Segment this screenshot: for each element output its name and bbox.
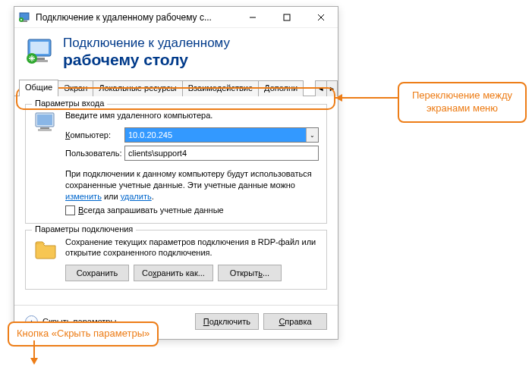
computer-icon [33,111,58,135]
window-title: Подключение к удаленному рабочему с... [36,12,235,23]
always-ask-label: Всегда запрашивать учетные данные [78,205,224,215]
rdp-dialog: Подключение к удаленному рабочему с... [14,6,338,340]
minimize-button[interactable] [235,7,269,28]
svg-rect-14 [40,127,49,129]
tab-experience[interactable]: Взаимодействие [182,80,259,96]
login-instruction: Введите имя удаленного компьютера. [65,111,319,120]
tab-body: Параметры входа Введите имя удаленного к… [14,96,338,305]
svg-rect-15 [38,129,52,131]
connection-legend: Параметры подключения [32,224,136,234]
save-as-button[interactable]: Сохранить как... [134,265,213,281]
connection-text: Сохранение текущих параметров подключени… [65,237,319,259]
tab-strip: Общие Экран Локальные ресурсы Взаимодейс… [14,80,338,96]
tab-general[interactable]: Общие [19,80,58,96]
svg-rect-4 [284,14,290,20]
tab-display[interactable]: Экран [58,80,93,96]
svg-rect-13 [37,114,52,125]
connection-fieldset: Параметры подключения Сохранение текущих… [25,230,327,290]
arrow-head-down-icon [30,358,38,365]
user-label: Пользователь: [65,149,124,158]
maximize-button[interactable] [269,7,304,28]
edit-credentials-link[interactable]: изменить [65,192,102,201]
tab-local-resources[interactable]: Локальные ресурсы [93,80,182,96]
connect-button[interactable]: Подключить [195,313,259,330]
arrow-to-tabs [335,97,398,99]
header-text: Подключение к удаленному рабочему столу [63,36,230,69]
app-icon [19,11,31,24]
callout-tabs-line1: Переключение между [410,89,515,102]
folder-icon [33,237,58,261]
help-button[interactable]: Справка [263,313,327,330]
open-button[interactable]: Открыть... [218,265,282,281]
titlebar: Подключение к удаленному рабочему с... [14,7,338,28]
tab-scroll: ◄ ► [315,80,338,96]
tab-scroll-left[interactable]: ◄ [316,81,326,96]
header-line1: Подключение к удаленному [63,36,230,51]
callout-tabs: Переключение между экранами меню [398,82,527,123]
always-ask-checkbox[interactable] [65,205,75,215]
tab-scroll-right[interactable]: ► [326,81,337,96]
login-legend: Параметры входа [32,99,107,108]
computer-input[interactable] [125,128,306,142]
rdp-icon [25,37,55,67]
callout-tabs-line2: экранами меню [410,102,515,115]
delete-credentials-link[interactable]: удалить [121,192,152,201]
computer-combo[interactable]: ⌄ [124,127,319,143]
combo-dropdown-icon[interactable]: ⌄ [306,128,318,142]
svg-rect-8 [30,42,49,54]
computer-label: Компьютер: [65,130,124,140]
save-button[interactable]: Сохранить [65,265,129,281]
login-fieldset: Параметры входа Введите имя удаленного к… [25,104,327,224]
callout-hide-button: Кнопка «Скрыть параметры» [8,321,159,347]
header-line2: рабочему столу [63,51,230,69]
user-input[interactable] [124,146,319,161]
tab-advanced[interactable]: Дополни [258,80,304,96]
credentials-note: При подключении к данному компьютеру буд… [65,168,319,202]
close-button[interactable] [304,7,338,28]
dialog-header: Подключение к удаленному рабочему столу [14,28,338,80]
